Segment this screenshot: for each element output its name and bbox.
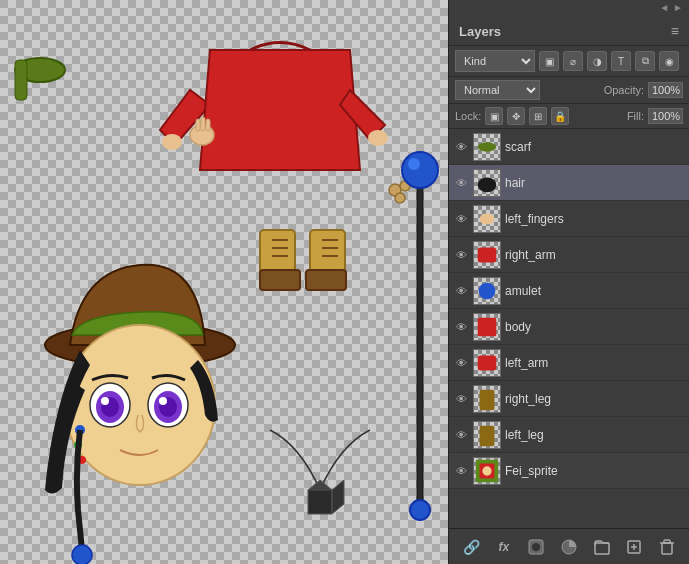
layer-thumb-right-leg xyxy=(473,385,501,413)
layers-panel-title: Layers xyxy=(459,24,501,39)
kind-filter-select[interactable]: Kind Name Effect xyxy=(455,50,535,72)
lock-fill-row: Lock: ▣ ✥ ⊞ 🔒 Fill: 100% xyxy=(449,104,689,129)
svg-rect-53 xyxy=(480,425,495,445)
layer-item-right-leg[interactable]: 👁 right_leg xyxy=(449,381,689,417)
svg-rect-30 xyxy=(308,490,332,514)
layer-eye-left-leg[interactable]: 👁 xyxy=(453,427,469,443)
svg-rect-48 xyxy=(478,247,497,262)
layer-item-amulet[interactable]: 👁 amulet xyxy=(449,273,689,309)
svg-point-19 xyxy=(410,500,430,520)
layer-item-left-fingers[interactable]: 👁 left_fingers xyxy=(449,201,689,237)
layer-name-left-leg: left_leg xyxy=(505,428,685,442)
layer-item-fei-sprite[interactable]: 👁 Fei_sprite xyxy=(449,453,689,489)
layer-eye-body[interactable]: 👁 xyxy=(453,319,469,335)
svg-rect-64 xyxy=(662,543,672,554)
layer-name-left-fingers: left_fingers xyxy=(505,212,685,226)
svg-point-15 xyxy=(395,193,405,203)
svg-rect-60 xyxy=(595,543,609,554)
layers-panel: ◄ ► Layers ≡ Kind Name Effect ▣ ⌀ ◑ T ⧉ … xyxy=(448,0,689,564)
svg-rect-6 xyxy=(15,60,27,100)
lock-label: Lock: xyxy=(455,110,481,122)
svg-point-17 xyxy=(402,152,438,188)
blend-mode-select[interactable]: Normal Dissolve Multiply xyxy=(455,80,540,100)
layers-menu-icon[interactable]: ≡ xyxy=(671,23,679,39)
svg-rect-11 xyxy=(201,117,205,131)
layer-thumb-right-arm xyxy=(473,241,501,269)
layer-item-body[interactable]: 👁 body xyxy=(449,309,689,345)
fill-value[interactable]: 100% xyxy=(648,108,683,124)
svg-point-44 xyxy=(72,545,92,564)
smart-filter-icon[interactable]: ⧉ xyxy=(635,51,655,71)
svg-rect-50 xyxy=(478,317,497,336)
type-filter-icon[interactable]: T xyxy=(611,51,631,71)
svg-point-58 xyxy=(532,543,540,551)
link-layers-icon[interactable]: 🔗 xyxy=(460,536,482,558)
layer-name-right-leg: right_leg xyxy=(505,392,685,406)
layer-name-body: body xyxy=(505,320,685,334)
layer-name-amulet: amulet xyxy=(505,284,685,298)
layer-item-right-arm[interactable]: 👁 right_arm xyxy=(449,237,689,273)
layer-thumb-left-fingers xyxy=(473,205,501,233)
layer-eye-right-leg[interactable]: 👁 xyxy=(453,391,469,407)
create-group-icon[interactable] xyxy=(591,536,613,558)
svg-point-49 xyxy=(479,282,496,299)
blend-opacity-row: Normal Dissolve Multiply Opacity: 100% xyxy=(449,77,689,104)
svg-rect-21 xyxy=(260,270,300,290)
pixel-filter-icon[interactable]: ▣ xyxy=(539,51,559,71)
lock-pixels-icon[interactable]: ▣ xyxy=(485,107,503,125)
svg-point-36 xyxy=(101,397,109,405)
layer-item-scarf[interactable]: 👁 scarf xyxy=(449,129,689,165)
add-mask-icon[interactable] xyxy=(525,536,547,558)
layer-name-scarf: scarf xyxy=(505,140,685,154)
layer-eye-left-fingers[interactable]: 👁 xyxy=(453,211,469,227)
layers-header: Layers ≡ xyxy=(449,15,689,46)
layer-item-left-arm[interactable]: 👁 left_arm xyxy=(449,345,689,381)
svg-rect-12 xyxy=(206,119,210,131)
canvas-area[interactable] xyxy=(0,0,448,564)
layer-item-hair[interactable]: 👁 hair xyxy=(449,165,689,201)
color-filter-icon[interactable]: ◉ xyxy=(659,51,679,71)
opacity-value[interactable]: 100% xyxy=(648,82,683,98)
svg-rect-10 xyxy=(196,119,200,131)
layer-thumb-left-arm xyxy=(473,349,501,377)
svg-rect-51 xyxy=(478,355,497,370)
new-layer-icon[interactable] xyxy=(623,536,645,558)
scroll-right-arrow[interactable]: ► xyxy=(671,2,685,13)
lock-all-icon[interactable]: 🔒 xyxy=(551,107,569,125)
svg-point-46 xyxy=(478,177,497,192)
layer-eye-scarf[interactable]: 👁 xyxy=(453,139,469,155)
layer-name-fei-sprite: Fei_sprite xyxy=(505,464,685,478)
layer-eye-left-arm[interactable]: 👁 xyxy=(453,355,469,371)
layer-eye-fei-sprite[interactable]: 👁 xyxy=(453,463,469,479)
adjustment-filter-icon[interactable]: ◑ xyxy=(587,51,607,71)
layer-list[interactable]: 👁 scarf 👁 hair 👁 left_fingers 👁 xyxy=(449,129,689,528)
brush-filter-icon[interactable]: ⌀ xyxy=(563,51,583,71)
delete-layer-icon[interactable] xyxy=(656,536,678,558)
svg-point-7 xyxy=(162,134,182,150)
layer-thumb-hair xyxy=(473,169,501,197)
fx-icon[interactable]: fx xyxy=(493,536,515,558)
fill-label: Fill: xyxy=(627,110,644,122)
panel-scroll-arrows: ◄ ► xyxy=(449,0,689,15)
opacity-label: Opacity: xyxy=(604,84,644,96)
adjustment-layer-icon[interactable] xyxy=(558,536,580,558)
svg-point-40 xyxy=(159,397,167,405)
layer-thumb-scarf xyxy=(473,133,501,161)
layer-name-right-arm: right_arm xyxy=(505,248,685,262)
lock-position-icon[interactable]: ✥ xyxy=(507,107,525,125)
scroll-left-arrow[interactable]: ◄ xyxy=(657,2,671,13)
svg-point-45 xyxy=(478,142,497,151)
layer-thumb-fei-sprite xyxy=(473,457,501,485)
layer-eye-amulet[interactable]: 👁 xyxy=(453,283,469,299)
layers-bottom-toolbar: 🔗 fx xyxy=(449,528,689,564)
layer-thumb-left-leg xyxy=(473,421,501,449)
svg-point-18 xyxy=(408,158,420,170)
svg-point-56 xyxy=(482,466,491,475)
layer-name-left-arm: left_arm xyxy=(505,356,685,370)
svg-rect-16 xyxy=(417,180,423,500)
layer-item-left-leg[interactable]: 👁 left_leg xyxy=(449,417,689,453)
svg-point-47 xyxy=(480,213,495,224)
layer-eye-hair[interactable]: 👁 xyxy=(453,175,469,191)
layer-eye-right-arm[interactable]: 👁 xyxy=(453,247,469,263)
lock-artboard-icon[interactable]: ⊞ xyxy=(529,107,547,125)
